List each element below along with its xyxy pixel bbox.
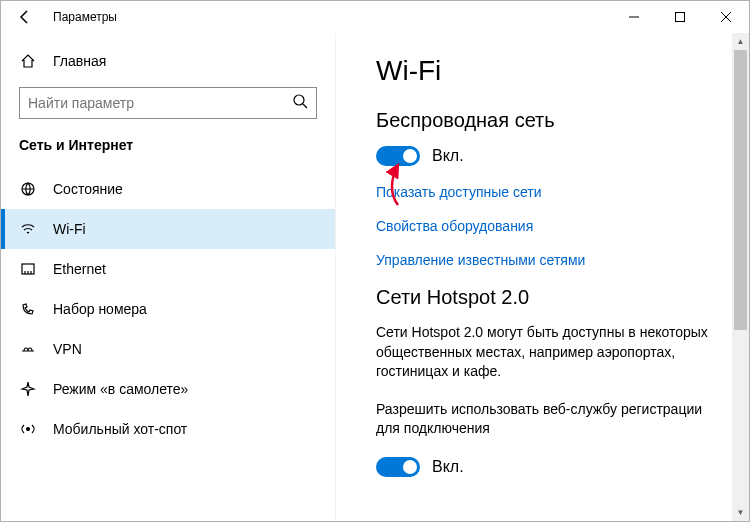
wifi-toggle-label: Вкл. xyxy=(432,147,464,165)
sidebar-item-label: Мобильный хот-спот xyxy=(53,421,187,437)
sidebar-section-label: Сеть и Интернет xyxy=(1,137,335,169)
scroll-up-button[interactable]: ▲ xyxy=(732,33,749,50)
minimize-button[interactable] xyxy=(611,1,657,33)
sidebar-item-airplane[interactable]: Режим «в самолете» xyxy=(1,369,335,409)
search-input[interactable] xyxy=(28,95,292,111)
sidebar-item-label: VPN xyxy=(53,341,82,357)
sidebar-item-ethernet[interactable]: Ethernet xyxy=(1,249,335,289)
home-icon xyxy=(19,53,37,69)
back-button[interactable] xyxy=(11,3,39,31)
scroll-down-button[interactable]: ▼ xyxy=(732,504,749,521)
sidebar-item-hotspot[interactable]: Мобильный хот-спот xyxy=(1,409,335,449)
section-title-wireless: Беспроводная сеть xyxy=(376,109,722,132)
airplane-icon xyxy=(19,381,37,397)
search-box[interactable] xyxy=(19,87,317,119)
scroll-thumb[interactable] xyxy=(734,50,747,330)
sidebar: Главная Сеть и Интернет Состояние Wi-Fi xyxy=(1,33,336,521)
vertical-scrollbar[interactable]: ▲ ▼ xyxy=(732,33,749,521)
hotspot20-toggle[interactable] xyxy=(376,457,420,477)
sidebar-home[interactable]: Главная xyxy=(1,41,335,81)
sidebar-item-vpn[interactable]: VPN xyxy=(1,329,335,369)
sidebar-item-label: Режим «в самолете» xyxy=(53,381,188,397)
sidebar-item-status[interactable]: Состояние xyxy=(1,169,335,209)
sidebar-home-label: Главная xyxy=(53,53,106,69)
titlebar: Параметры xyxy=(1,1,749,33)
close-button[interactable] xyxy=(703,1,749,33)
vpn-icon xyxy=(19,341,37,357)
link-manage-known-networks[interactable]: Управление известными сетями xyxy=(376,252,722,268)
content-pane: Wi-Fi Беспроводная сеть Вкл. Показать до… xyxy=(336,33,732,521)
hotspot20-toggle-label: Вкл. xyxy=(432,458,464,476)
ethernet-icon xyxy=(19,261,37,277)
link-show-networks[interactable]: Показать доступные сети xyxy=(376,184,722,200)
phone-icon xyxy=(19,301,37,317)
sidebar-item-label: Набор номера xyxy=(53,301,147,317)
sidebar-item-dialup[interactable]: Набор номера xyxy=(1,289,335,329)
hotspot20-description2: Разрешить использовать веб-службу регист… xyxy=(376,400,722,439)
wifi-icon xyxy=(19,221,37,237)
hotspot20-description: Сети Hotspot 2.0 могут быть доступны в н… xyxy=(376,323,722,382)
scroll-track[interactable] xyxy=(732,50,749,504)
globe-icon xyxy=(19,181,37,197)
sidebar-item-label: Состояние xyxy=(53,181,123,197)
section-title-hotspot20: Сети Hotspot 2.0 xyxy=(376,286,722,309)
window-title: Параметры xyxy=(53,10,117,24)
svg-line-5 xyxy=(303,104,307,108)
search-icon xyxy=(292,93,308,113)
sidebar-item-wifi[interactable]: Wi-Fi xyxy=(1,209,335,249)
sidebar-item-label: Ethernet xyxy=(53,261,106,277)
svg-rect-1 xyxy=(676,13,685,22)
hotspot-icon xyxy=(19,421,37,437)
maximize-button[interactable] xyxy=(657,1,703,33)
svg-point-4 xyxy=(294,95,304,105)
svg-point-8 xyxy=(27,428,30,431)
page-heading: Wi-Fi xyxy=(376,55,722,87)
link-hardware-properties[interactable]: Свойства оборудования xyxy=(376,218,722,234)
wifi-toggle[interactable] xyxy=(376,146,420,166)
sidebar-item-label: Wi-Fi xyxy=(53,221,86,237)
